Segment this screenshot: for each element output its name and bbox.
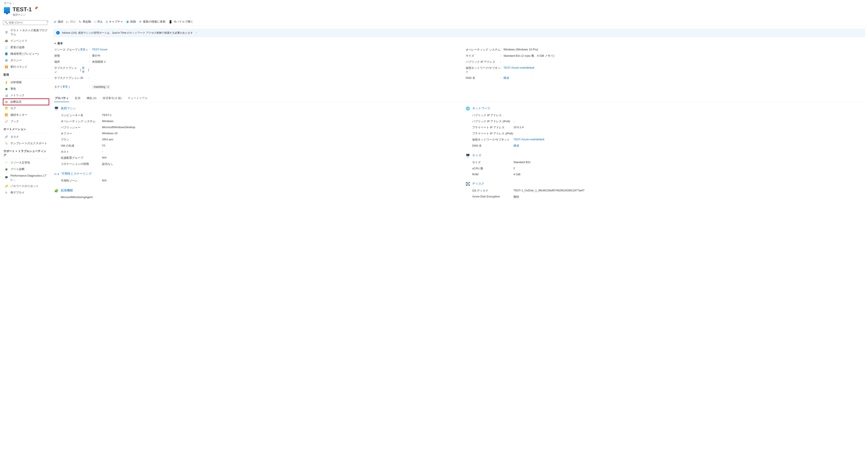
page-title: TEST-1 [12, 6, 32, 12]
sidebar-item-label: リソース正常性 [10, 161, 30, 165]
net-prip-value: 10.0.1.4 [514, 125, 864, 130]
section-head-availability[interactable]: ⟷ 可用性とスケーリング [54, 172, 453, 176]
section-head-size[interactable]: 🖥️ サイズ [466, 153, 864, 158]
play-icon: ▶️ [4, 65, 8, 69]
sidebar-item-resource-health[interactable]: ♡ リソース正常性 [3, 160, 49, 166]
host-label: ホスト [61, 150, 102, 154]
info-icon: i [56, 31, 60, 34]
sidebar-item-label: ブック [10, 119, 19, 123]
section-head-network[interactable]: 🌐 ネットワーク [466, 107, 864, 111]
refresh-button[interactable]: ⟳ 最新の情報に更新 [139, 20, 165, 24]
workbook-icon: 📈 [4, 119, 8, 123]
button-label: モバイルで開く [174, 20, 193, 24]
sidebar-item-alerts[interactable]: ▣ 警告 [3, 86, 49, 92]
sidebar-item-logs[interactable]: 🗂️ ログ [3, 105, 49, 112]
resource-group-value[interactable]: TEST-Azure [92, 48, 107, 51]
properties-panel: 🖥️ 仮想マシン コンピューター名TEST-1 オペレーティング システムWin… [52, 102, 866, 205]
sidebar-item-change-tracking[interactable]: 🧾 変更の追跡 [3, 44, 49, 51]
sidebar-item-metrics[interactable]: 📊 メトリック [3, 92, 49, 98]
button-label: 停止 [97, 20, 103, 24]
sidebar-item-run-command[interactable]: ▶️ 実行コマンド [3, 64, 49, 70]
sidebar-search[interactable]: 🔍 [3, 20, 47, 25]
logs-icon: 🗂️ [4, 107, 8, 110]
tab-monitoring[interactable]: 監視 [74, 95, 81, 102]
net-pip6-label: パブリック IP アドレス (IPv6) [472, 119, 514, 123]
net-dns-value[interactable]: 構成 [514, 144, 519, 147]
pin-icon[interactable]: 📌 [34, 6, 38, 10]
computer-name-value: TEST-1 [102, 113, 453, 117]
delete-button[interactable]: 🗑 削除 [126, 20, 136, 24]
capture-button[interactable]: ⎙ キャプチャ [106, 20, 123, 24]
gear-icon: ⚙️ [4, 58, 8, 62]
size-label: サイズ [466, 54, 500, 58]
location-label: 場所 [54, 60, 89, 64]
detail-tabs: プロパティ 監視 機能 (8) 推奨事項 (4 個) チュートリアル [52, 91, 866, 102]
sidebar-item-config-mgmt[interactable]: 📘 構成管理 (プレビュー) [3, 51, 49, 57]
sidebar-item-tasks[interactable]: 🔗 タスク [3, 134, 49, 140]
host-value: - [102, 150, 453, 154]
sidebar-item-label: 再デプロイ [10, 191, 25, 195]
sidebar-item-workbooks[interactable]: 📈 ブック [3, 118, 49, 125]
section-extensions: 🧩 拡張機能 MicrosoftMonitoringAgent [54, 189, 453, 200]
tab-tutorials[interactable]: チュートリアル [127, 95, 148, 102]
collapse-sidebar-icon[interactable]: « [47, 20, 49, 22]
essentials-header: 基本 [57, 41, 63, 46]
os-label: オペレーティング システム [61, 119, 102, 123]
sidebar-item-connection-monitor[interactable]: 📶 接続モニター [3, 112, 49, 118]
sidebar-item-policy[interactable]: ⚙️ ポリシー [3, 57, 49, 64]
breadcrumb-home[interactable]: ホーム [4, 1, 12, 5]
advisor-banner[interactable]: i Advisor (1/4): 仮想マシンの管理ポートは、Just-In-Ti… [53, 29, 865, 37]
alert-icon: ▣ [4, 87, 8, 91]
sidebar-group-support: サポート + トラブルシューティング [3, 147, 49, 158]
connect-icon: ⇄ [54, 20, 56, 24]
sidebar-item-export-template[interactable]: 🏷️ テンプレートのエクスポート [3, 140, 49, 147]
connect-button[interactable]: ⇄ 接続 [54, 20, 63, 24]
sidebar-item-label: テンプレートのエクスポート [10, 141, 47, 145]
tab-properties[interactable]: プロパティ [54, 95, 69, 102]
tab-recommendations[interactable]: 推奨事項 (4 個) [102, 95, 122, 102]
vnet-value[interactable]: TEST-Azure-vnet/default [503, 66, 534, 69]
sidebar-item-label: タスク [10, 135, 19, 139]
sidebar-item-insights[interactable]: 💡 分析情報 [3, 79, 49, 86]
tag-chip[interactable]: marketing : 1 [92, 85, 111, 89]
sidebar-item-diagnostic-settings[interactable]: ▤ 診断設定 [3, 98, 49, 105]
net-vnet-value[interactable]: TEST-Azure-vnet/default [514, 138, 544, 141]
change-resource-group[interactable]: 変更 [80, 48, 86, 52]
essentials-toggle[interactable]: ∧ 基本 [54, 40, 864, 47]
dns-label: DNS 名 [466, 76, 500, 80]
boot-icon: ▣ [4, 167, 8, 171]
change-subscription[interactable]: 変更 [82, 66, 87, 74]
sidebar-item-redeploy[interactable]: ↻ 再デプロイ [3, 190, 49, 196]
restart-button[interactable]: ↻ 再起動 [79, 20, 91, 24]
size-size-value: Standard B2s [514, 161, 864, 165]
sidebar-item-updates[interactable]: 🛡️ ゲスト + ホストの更新プログラム [3, 27, 49, 37]
change-tags[interactable]: 変更 [62, 85, 68, 89]
extension-icon: 🧩 [54, 189, 59, 193]
zone-label: 可用性ゾーン [61, 179, 102, 183]
stop-button[interactable]: □ 停止 [94, 20, 103, 24]
mobile-button[interactable]: 📱 モバイルで開く [168, 20, 193, 24]
vnet-label: 仮想ネットワーク/サブネット [466, 66, 500, 74]
sidebar-item-inventory[interactable]: 📦 インベントリ [3, 37, 49, 44]
section-head-disk[interactable]: 💽 ディスク [466, 182, 864, 186]
section-head-vm[interactable]: 🖥️ 仮想マシン [54, 107, 453, 111]
offer-value: Windows-10 [102, 132, 453, 136]
sidebar-item-reset-password[interactable]: 🔑 パスワードのリセット [3, 183, 49, 190]
publisher-label: パブリッシャー [61, 125, 102, 130]
document-icon: 🧾 [4, 46, 8, 49]
sidebar-item-boot-diagnostics[interactable]: ▣ ブート診断 [3, 166, 49, 172]
status-value: 実行中 [92, 54, 453, 58]
net-vnet-label: 仮想ネットワーク/サブネット [472, 138, 514, 142]
section-head-extensions[interactable]: 🧩 拡張機能 [54, 189, 453, 193]
colocation-label: コロケーションの状態 [61, 162, 102, 166]
button-label: キャプチャ [109, 20, 123, 24]
sidebar-item-label: ログ [10, 107, 16, 110]
sidebar-search-input[interactable] [9, 21, 46, 24]
main-content: « ⇄ 接続 ▷ 開始 ↻ 再起動 □ 停止 [50, 19, 868, 210]
publisher-value: MicrosoftWindowsDesktop [102, 125, 453, 130]
section-network: 🌐 ネットワーク パブリック IP アドレス パブリック IP アドレス (IP… [466, 107, 864, 149]
tab-capabilities[interactable]: 機能 (8) [86, 95, 97, 102]
sidebar-item-label: 実行コマンド [10, 65, 27, 69]
dns-value[interactable]: 構成 [503, 76, 509, 80]
sidebar-item-perf-diagnostics[interactable]: 🖥️ Performance Diagnostics (プレ... [3, 172, 49, 183]
